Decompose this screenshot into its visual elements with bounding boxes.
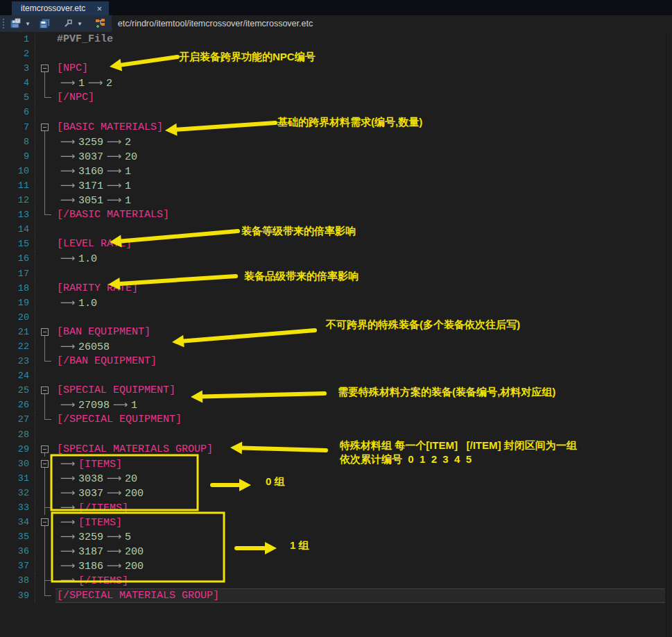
code-line[interactable]: 32 ⟶ 3037 ⟶ 200 <box>0 486 672 500</box>
fold-margin <box>35 149 55 164</box>
line-number: 9 <box>0 149 35 164</box>
toolbar-grip-handle[interactable] <box>2 18 6 30</box>
code-line[interactable]: 3[NPC] <box>0 61 672 76</box>
code-line[interactable]: 26 ⟶ 27098 ⟶ 1 <box>0 398 672 412</box>
fold-toggle-icon[interactable] <box>35 442 55 457</box>
fold-toggle-icon[interactable] <box>35 61 55 76</box>
code-line[interactable]: 11 ⟶ 3171 ⟶ 1 <box>0 178 672 193</box>
code-text: ⟶ 3259 ⟶ 2 <box>55 135 672 149</box>
code-line[interactable]: 6 <box>0 105 672 119</box>
code-text: ⟶ 3037 ⟶ 20 <box>55 149 672 164</box>
code-line[interactable]: 7[BASIC MATERIALS] <box>0 120 672 135</box>
code-text: ⟶ 3160 ⟶ 1 <box>55 164 672 178</box>
code-line[interactable]: 1#PVF_File <box>0 32 672 46</box>
code-editor[interactable]: 1#PVF_File23[NPC]4 ⟶ 1 ⟶ 25[/NPC]67[BASI… <box>0 32 672 637</box>
code-line[interactable]: 10 ⟶ 3160 ⟶ 1 <box>0 164 672 178</box>
code-line[interactable]: 37 ⟶ 3186 ⟶ 200 <box>0 559 672 573</box>
line-number: 8 <box>0 135 35 149</box>
fold-margin <box>35 398 55 412</box>
save-all-button[interactable] <box>37 17 52 31</box>
code-text: ⟶ 1 ⟶ 2 <box>55 76 672 90</box>
code-text: ⟶ 1.0 <box>55 296 672 310</box>
line-number: 10 <box>0 164 35 178</box>
code-text: ⟶ 3259 ⟶ 5 <box>55 529 672 544</box>
code-line[interactable]: 34 ⟶ [ITEMS] <box>0 515 672 529</box>
line-number: 36 <box>0 544 35 559</box>
code-line[interactable]: 5[/NPC] <box>0 90 672 105</box>
code-line[interactable]: 24 <box>0 368 672 383</box>
tree-add-button[interactable] <box>94 17 107 31</box>
code-line[interactable]: 12 ⟶ 3051 ⟶ 1 <box>0 193 672 207</box>
code-text <box>55 266 672 281</box>
code-line[interactable]: 25[SPECIAL EQUIPMENT] <box>0 383 672 398</box>
fold-margin <box>35 573 55 588</box>
code-line[interactable]: 13[/BASIC MATERIALS] <box>0 207 672 222</box>
code-line[interactable]: 15[LEVEL RATE] <box>0 237 672 251</box>
fold-margin <box>35 354 55 368</box>
tab-itemcrossover[interactable]: itemcrossover.etc × <box>12 1 109 15</box>
file-path: etc/rindro/itemtool/itemcrossover/itemcr… <box>118 19 313 28</box>
line-number: 12 <box>0 193 35 207</box>
line-number: 2 <box>0 46 35 61</box>
line-number: 21 <box>0 325 35 339</box>
code-text: [/BAN EQUIPMENT] <box>55 354 672 368</box>
file-path-bar[interactable]: etc/rindro/itemtool/itemcrossover/itemcr… <box>112 15 672 32</box>
line-number: 14 <box>0 222 35 237</box>
code-line[interactable]: 33 ⟶ [/ITEMS] <box>0 500 672 515</box>
line-number: 37 <box>0 559 35 573</box>
fold-margin <box>35 588 55 603</box>
code-lines: 1#PVF_File23[NPC]4 ⟶ 1 ⟶ 25[/NPC]67[BASI… <box>0 32 672 603</box>
code-line[interactable]: 4 ⟶ 1 ⟶ 2 <box>0 76 672 90</box>
code-text: ⟶ 3186 ⟶ 200 <box>55 559 672 573</box>
tool-dropdown-caret[interactable]: ▼ <box>74 21 85 27</box>
code-line[interactable]: 31 ⟶ 3038 ⟶ 20 <box>0 471 672 486</box>
line-number: 28 <box>0 427 35 442</box>
code-line[interactable]: 14 <box>0 222 672 237</box>
code-text: ⟶ 26058 <box>55 339 672 354</box>
fold-margin <box>35 193 55 207</box>
tool-button[interactable] <box>62 17 74 31</box>
code-line[interactable]: 16 ⟶ 1.0 <box>0 251 672 266</box>
code-text: ⟶ 27098 ⟶ 1 <box>55 398 672 412</box>
fold-toggle-icon[interactable] <box>35 120 55 135</box>
code-line[interactable]: 23[/BAN EQUIPMENT] <box>0 354 672 368</box>
code-text: [LEVEL RATE] <box>55 237 672 251</box>
fold-toggle-icon[interactable] <box>35 383 55 398</box>
code-line[interactable]: 28 <box>0 427 672 442</box>
code-text: ⟶ [ITEMS] <box>55 457 672 471</box>
code-line[interactable]: 35 ⟶ 3259 ⟶ 5 <box>0 529 672 544</box>
tab-label: itemcrossover.etc <box>21 3 85 13</box>
fold-toggle-icon[interactable] <box>35 457 55 471</box>
code-line[interactable]: 17 <box>0 266 672 281</box>
fold-margin <box>35 339 55 354</box>
code-text: ⟶ 3171 ⟶ 1 <box>55 178 672 193</box>
save-dropdown-caret[interactable]: ▼ <box>22 21 33 27</box>
fold-toggle-icon[interactable] <box>35 325 55 339</box>
code-line[interactable]: 20 <box>0 310 672 325</box>
save-button[interactable] <box>8 17 22 31</box>
code-line[interactable]: 22 ⟶ 26058 <box>0 339 672 354</box>
code-line[interactable]: 8 ⟶ 3259 ⟶ 2 <box>0 135 672 149</box>
code-line[interactable]: 18[RARITY RATE] <box>0 281 672 296</box>
code-text: [BASIC MATERIALS] <box>55 120 672 135</box>
code-text: [/NPC] <box>55 90 672 105</box>
code-line[interactable]: 21[BAN EQUIPMENT] <box>0 325 672 339</box>
code-text <box>55 310 672 325</box>
code-line[interactable]: 9 ⟶ 3037 ⟶ 20 <box>0 149 672 164</box>
fold-margin <box>35 237 55 251</box>
line-number: 24 <box>0 368 35 383</box>
code-line[interactable]: 27[/SPECIAL EQUIPMENT] <box>0 412 672 427</box>
line-number: 32 <box>0 486 35 500</box>
code-line[interactable]: 19 ⟶ 1.0 <box>0 296 672 310</box>
fold-margin <box>35 76 55 90</box>
code-line[interactable]: 29[SPECIAL MATERIALS GROUP] <box>0 442 672 457</box>
code-text: [/BASIC MATERIALS] <box>55 207 672 222</box>
code-line[interactable]: 30 ⟶ [ITEMS] <box>0 457 672 471</box>
code-line[interactable]: 36 ⟶ 3187 ⟶ 200 <box>0 544 672 559</box>
code-line[interactable]: 39[/SPECIAL MATERIALS GROUP] <box>0 588 672 603</box>
code-line[interactable]: 38 ⟶ [/ITEMS] <box>0 573 672 588</box>
tab-close-icon[interactable]: × <box>96 4 102 13</box>
code-line[interactable]: 2 <box>0 46 672 61</box>
fold-toggle-icon[interactable] <box>35 515 55 529</box>
code-text: [/SPECIAL MATERIALS GROUP] <box>55 588 665 603</box>
